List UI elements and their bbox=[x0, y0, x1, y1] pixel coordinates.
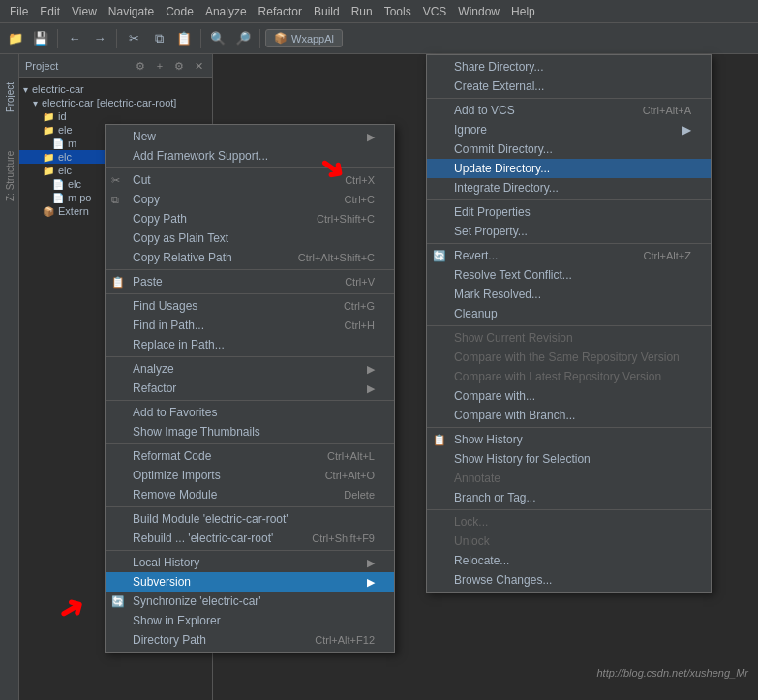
ctx-cut[interactable]: ✂ Cut Ctrl+X bbox=[106, 170, 394, 190]
panel-plus-btn[interactable]: + bbox=[152, 58, 167, 74]
ctx-paste[interactable]: 📋 Paste Ctrl+V bbox=[106, 272, 394, 291]
tree-module[interactable]: ▾ electric-car [electric-car-root] bbox=[19, 96, 212, 109]
ctx-new[interactable]: New ▶ bbox=[106, 127, 394, 146]
ctx-refactor[interactable]: Refactor ▶ bbox=[106, 379, 394, 398]
vcs-integrate-dir[interactable]: Integrate Directory... bbox=[427, 178, 711, 198]
vcs-compare-same: Compare with the Same Repository Version bbox=[427, 348, 711, 367]
ctx-find-usages[interactable]: Find Usages Ctrl+G bbox=[106, 296, 394, 316]
ctx-optimize-label: Optimize Imports bbox=[133, 469, 221, 482]
menu-navigate[interactable]: Navigate bbox=[103, 3, 160, 20]
vcs-create-external[interactable]: Create External... bbox=[427, 76, 711, 96]
vcs-compare-branch[interactable]: Compare with Branch... bbox=[427, 406, 711, 425]
menu-analyze[interactable]: Analyze bbox=[199, 3, 253, 20]
ctx-sep-8 bbox=[106, 550, 394, 551]
vcs-add-to-vcs[interactable]: Add to VCS Ctrl+Alt+A bbox=[427, 101, 711, 120]
menu-run[interactable]: Run bbox=[346, 3, 379, 20]
vcs-unlock: Unlock bbox=[427, 532, 711, 551]
vcs-set-property[interactable]: Set Property... bbox=[427, 222, 711, 241]
vcs-resolve-conflict[interactable]: Resolve Text Conflict... bbox=[427, 265, 711, 285]
ctx-add-favorites-label: Add to Favorites bbox=[133, 406, 217, 419]
toolbar-save-btn[interactable]: 💾 bbox=[29, 27, 52, 50]
ctx-build-module[interactable]: Build Module 'electric-car-root' bbox=[106, 509, 394, 529]
menu-window[interactable]: Window bbox=[452, 3, 505, 20]
ctx-local-history[interactable]: Local History ▶ bbox=[106, 553, 394, 572]
ctx-optimize-shortcut: Ctrl+Alt+O bbox=[325, 470, 375, 481]
vcs-sep-3 bbox=[427, 243, 711, 244]
ctx-copy[interactable]: ⧉ Copy Ctrl+C bbox=[106, 190, 394, 209]
vcs-branch-or-tag[interactable]: Branch or Tag... bbox=[427, 488, 711, 507]
vcs-show-history-selection[interactable]: Show History for Selection bbox=[427, 449, 711, 469]
vcs-relocate-label: Relocate... bbox=[454, 554, 509, 567]
file-icon3: 📄 bbox=[52, 193, 64, 203]
panel-close-btn[interactable]: ✕ bbox=[191, 58, 206, 74]
toolbar-paste-btn[interactable]: 📋 bbox=[172, 27, 196, 50]
vcs-unlock-label: Unlock bbox=[454, 534, 490, 548]
ctx-add-framework[interactable]: Add Framework Support... bbox=[106, 146, 394, 166]
tree-ele-label: ele bbox=[58, 124, 73, 136]
toolbar-search-btn[interactable]: 🔍 bbox=[206, 27, 229, 50]
tree-id-folder[interactable]: 📁 id bbox=[19, 109, 212, 123]
menu-file[interactable]: File bbox=[4, 3, 34, 20]
toolbar-forward-btn[interactable]: → bbox=[88, 27, 111, 50]
toolbar-project-tab[interactable]: 📦 WxappAl bbox=[265, 29, 343, 47]
panel-settings-btn[interactable]: ⚙ bbox=[133, 58, 148, 74]
cut-icon: ✂ bbox=[111, 174, 120, 187]
ctx-rebuild-module[interactable]: Rebuild ... 'electric-car-root' Ctrl+Shi… bbox=[106, 529, 394, 548]
vcs-ignore[interactable]: Ignore ▶ bbox=[427, 120, 711, 139]
menu-edit[interactable]: Edit bbox=[34, 3, 66, 20]
history-icon: 📋 bbox=[433, 434, 446, 446]
vcs-mark-resolved[interactable]: Mark Resolved... bbox=[427, 285, 711, 304]
ctx-find-in-path[interactable]: Find in Path... Ctrl+H bbox=[106, 316, 394, 335]
menu-view[interactable]: View bbox=[66, 3, 103, 20]
vcs-revert[interactable]: 🔄 Revert... Ctrl+Alt+Z bbox=[427, 246, 711, 265]
menu-help[interactable]: Help bbox=[505, 3, 541, 20]
ctx-build-module-label: Build Module 'electric-car-root' bbox=[133, 512, 288, 526]
ctx-synchronize-label: Synchronize 'electric-car' bbox=[133, 594, 261, 608]
vcs-add-to-vcs-label: Add to VCS bbox=[454, 104, 515, 117]
ctx-analyze[interactable]: Analyze ▶ bbox=[106, 359, 394, 379]
menu-refactor[interactable]: Refactor bbox=[253, 3, 308, 20]
toolbar-cut-btn[interactable]: ✂ bbox=[122, 27, 145, 50]
ctx-copy-plain[interactable]: Copy as Plain Text bbox=[106, 228, 394, 248]
toolbar-tab-icon: 📦 bbox=[274, 32, 288, 45]
ctx-synchronize[interactable]: 🔄 Synchronize 'electric-car' bbox=[106, 592, 394, 611]
ctx-directory-path[interactable]: Directory Path Ctrl+Alt+F12 bbox=[106, 630, 394, 650]
ctx-show-explorer[interactable]: Show in Explorer bbox=[106, 611, 394, 630]
vcs-update-dir[interactable]: Update Directory... bbox=[427, 159, 711, 178]
ctx-sep-6 bbox=[106, 443, 394, 444]
side-tab-structure[interactable]: Z: Structure bbox=[2, 137, 17, 215]
menu-code[interactable]: Code bbox=[160, 3, 199, 20]
ctx-show-thumbnails-label: Show Image Thumbnails bbox=[133, 425, 260, 439]
ctx-copy-relative[interactable]: Copy Relative Path Ctrl+Alt+Shift+C bbox=[106, 248, 394, 267]
side-tab-project[interactable]: Project bbox=[2, 58, 17, 136]
ctx-show-thumbnails[interactable]: Show Image Thumbnails bbox=[106, 422, 394, 441]
ctx-replace-in-path[interactable]: Replace in Path... bbox=[106, 335, 394, 354]
ctx-reformat[interactable]: Reformat Code Ctrl+Alt+L bbox=[106, 446, 394, 466]
ctx-sep-7 bbox=[106, 506, 394, 507]
ctx-copy-path[interactable]: Copy Path Ctrl+Shift+C bbox=[106, 209, 394, 228]
vcs-edit-props[interactable]: Edit Properties bbox=[427, 202, 711, 222]
menu-build[interactable]: Build bbox=[308, 3, 346, 20]
toolbar-back-btn[interactable]: ← bbox=[63, 27, 86, 50]
vcs-commit-dir[interactable]: Commit Directory... bbox=[427, 139, 711, 159]
toolbar-sep-2 bbox=[116, 29, 117, 48]
vcs-resolve-conflict-label: Resolve Text Conflict... bbox=[454, 268, 572, 282]
toolbar-copy-btn[interactable]: ⧉ bbox=[147, 27, 170, 50]
vcs-relocate[interactable]: Relocate... bbox=[427, 551, 711, 570]
tree-root[interactable]: ▾ electric-car bbox=[19, 82, 212, 96]
ctx-subversion[interactable]: Subversion ▶ bbox=[106, 572, 394, 592]
menu-vcs[interactable]: VCS bbox=[417, 3, 453, 20]
vcs-cleanup[interactable]: Cleanup bbox=[427, 304, 711, 323]
vcs-compare-with[interactable]: Compare with... bbox=[427, 386, 711, 406]
toolbar-new-btn[interactable]: 📁 bbox=[4, 27, 27, 50]
vcs-browse-changes[interactable]: Browse Changes... bbox=[427, 570, 711, 590]
menu-tools[interactable]: Tools bbox=[379, 3, 417, 20]
vcs-compare-latest-label: Compare with Latest Repository Version bbox=[454, 370, 661, 383]
toolbar-search2-btn[interactable]: 🔎 bbox=[231, 27, 255, 50]
panel-gear-btn[interactable]: ⚙ bbox=[171, 58, 187, 74]
vcs-share-dir[interactable]: Share Directory... bbox=[427, 57, 711, 76]
ctx-optimize[interactable]: Optimize Imports Ctrl+Alt+O bbox=[106, 466, 394, 485]
ctx-add-favorites[interactable]: Add to Favorites bbox=[106, 403, 394, 422]
ctx-remove-module[interactable]: Remove Module Delete bbox=[106, 485, 394, 504]
vcs-show-history[interactable]: 📋 Show History bbox=[427, 430, 711, 449]
